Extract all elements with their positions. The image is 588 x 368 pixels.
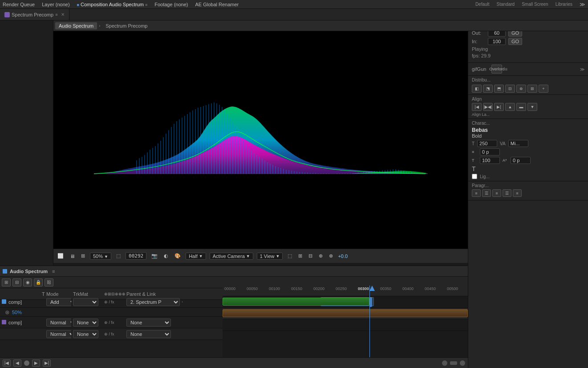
layer2-mode-col[interactable]: Normal Add Multiply bbox=[45, 319, 71, 327]
layer3-trkmat-col[interactable]: None bbox=[71, 330, 102, 338]
layer1-trkmat-col[interactable]: None bbox=[71, 298, 102, 306]
tl-solo[interactable]: ◉ bbox=[23, 278, 32, 286]
para-align-left[interactable]: ≡ bbox=[472, 189, 481, 197]
svg-rect-5 bbox=[144, 155, 145, 174]
overlord-menu[interactable]: ≡ bbox=[505, 67, 507, 72]
align-center-v-btn[interactable]: ⬔ bbox=[483, 85, 493, 93]
svg-rect-15 bbox=[171, 127, 172, 174]
viewer-btn4[interactable]: ⊕ bbox=[317, 253, 324, 259]
tl-link[interactable]: ⛓ bbox=[45, 278, 53, 286]
sub-tab-spectrum-precomp[interactable]: Spectrum Precomp bbox=[102, 22, 151, 29]
para-align-right[interactable]: ≡ bbox=[492, 189, 501, 197]
para-justify[interactable]: ☰ bbox=[503, 189, 511, 197]
viewer-icon-grid[interactable]: ⊞ bbox=[80, 253, 86, 259]
svg-rect-44 bbox=[248, 148, 249, 174]
font-size-field[interactable]: 250 bbox=[477, 140, 497, 147]
align-left-btn[interactable]: ◧ bbox=[472, 85, 482, 93]
tl-go-end[interactable]: ▶| bbox=[43, 360, 51, 367]
align-right[interactable]: ▶| bbox=[494, 103, 504, 111]
indent-field2[interactable]: 100 bbox=[480, 157, 500, 164]
color-btn[interactable]: 🎨 bbox=[173, 253, 182, 259]
menu-layer[interactable]: Layer (none) bbox=[42, 2, 69, 7]
layer1-parent-col[interactable]: 2. Spectrum P None ▼ bbox=[125, 298, 182, 306]
viewer-btn2[interactable]: ⊞ bbox=[297, 253, 304, 259]
tl-playhead-scrubber[interactable] bbox=[24, 360, 29, 366]
align-bottom[interactable]: ▼ bbox=[527, 103, 537, 111]
camera-btn[interactable]: 📷 bbox=[150, 253, 159, 259]
tl-zoom-bar[interactable] bbox=[450, 361, 457, 365]
tl-frame-back[interactable]: ◀ bbox=[13, 360, 21, 367]
add-transform-btn[interactable]: + bbox=[539, 85, 548, 93]
indent-field1[interactable]: 0 p bbox=[480, 148, 500, 155]
transform-btn2[interactable]: ⊞ bbox=[527, 85, 537, 93]
layer3-mode-select[interactable]: Normal bbox=[46, 330, 71, 338]
tl-duplicate[interactable]: ⊟ bbox=[12, 278, 21, 286]
menu-renamer[interactable]: AE Global Renamer bbox=[195, 2, 239, 7]
tracking-field[interactable]: Mi... bbox=[508, 140, 528, 147]
viewer-icon-camera[interactable]: ⬜ bbox=[56, 253, 65, 259]
align-center-h[interactable]: |▶◀| bbox=[483, 103, 493, 111]
overlord-label-btn[interactable]: Overlord bbox=[491, 65, 502, 74]
layer1-mode-select[interactable]: Add Normal Multiply Screen bbox=[46, 298, 71, 306]
align-middle-btn[interactable]: ⊟ bbox=[505, 85, 515, 93]
tl-zoom-out[interactable] bbox=[460, 360, 465, 366]
track-bar-2[interactable] bbox=[223, 309, 468, 317]
menu-render-queue[interactable]: Render Queue bbox=[3, 2, 35, 7]
lh-switches: T bbox=[40, 291, 45, 297]
timeline-menu-icon[interactable]: ≡ bbox=[52, 269, 55, 274]
layer3-mode-col[interactable]: Normal bbox=[45, 330, 71, 338]
tl-zoom-in[interactable] bbox=[442, 360, 447, 366]
view-selector[interactable]: Active Camera ▼ bbox=[210, 253, 253, 260]
tl-lock[interactable]: 🔒 bbox=[34, 278, 43, 286]
layer2-parent-select[interactable]: None 2. Spectrum P bbox=[126, 319, 171, 327]
bold-btn[interactable]: T bbox=[472, 165, 476, 172]
layer1-opacity-value[interactable]: 50% bbox=[12, 310, 22, 315]
viewer-btn1[interactable]: ⬚ bbox=[286, 253, 293, 259]
tl-frame-fwd[interactable]: ▶ bbox=[32, 360, 40, 367]
align-top-btn[interactable]: ⬒ bbox=[494, 85, 504, 93]
gifgun-overlord-section: gifGun Overlord ≡ ≫ bbox=[468, 63, 588, 76]
transform-btn1[interactable]: ⊕ bbox=[516, 85, 526, 93]
ligatures-checkbox[interactable] bbox=[472, 174, 477, 179]
layer2-parent-col[interactable]: None 2. Spectrum P bbox=[125, 319, 182, 327]
zoom-selector[interactable]: 50% ▼ bbox=[90, 253, 111, 260]
timecode-display[interactable]: 00292 bbox=[126, 252, 146, 260]
layer2-trkmat-select[interactable]: None bbox=[73, 319, 98, 327]
layer3-parent-select[interactable]: None bbox=[126, 330, 171, 338]
svg-rect-22 bbox=[190, 112, 191, 174]
layer3-trkmat-select[interactable]: None bbox=[73, 330, 98, 338]
menu-footage[interactable]: Footage (none) bbox=[154, 2, 188, 7]
playhead-marker[interactable] bbox=[369, 286, 375, 291]
svg-rect-68 bbox=[312, 173, 313, 174]
indent-field3[interactable]: 0 p bbox=[511, 157, 531, 164]
layer1-trkmat-select[interactable]: None bbox=[73, 298, 98, 306]
layout-selector[interactable]: 1 View ▼ bbox=[257, 253, 283, 260]
layer3-parent-col[interactable]: None bbox=[125, 330, 182, 338]
tab-close-icon[interactable]: ✕ bbox=[61, 12, 65, 17]
tl-new-layer[interactable]: ⊞ bbox=[2, 278, 11, 286]
viewer-btn5[interactable]: ⊗ bbox=[328, 253, 334, 259]
para-align-center[interactable]: ☰ bbox=[482, 189, 491, 197]
workspace-expand-icon[interactable]: ≫ bbox=[580, 1, 585, 8]
tab-spectrum-precomp[interactable]: Spectrum Precomp ≡ ✕ bbox=[0, 9, 69, 20]
in-go-button[interactable]: GO bbox=[508, 38, 522, 45]
in-value[interactable]: 100 bbox=[488, 38, 506, 45]
align-top[interactable]: ▲ bbox=[505, 103, 515, 111]
viewer-icon-screen[interactable]: 🖥 bbox=[69, 253, 76, 259]
para-justify-all[interactable]: ≡ bbox=[513, 189, 522, 197]
overlord-expand[interactable]: ≫ bbox=[580, 67, 584, 72]
quality-selector[interactable]: Half ▼ bbox=[186, 253, 206, 260]
align-middle-v[interactable]: ▬ bbox=[516, 103, 526, 111]
viewer-btn3[interactable]: ⊟ bbox=[307, 253, 314, 259]
layer2-name: comp] bbox=[0, 320, 40, 325]
layer1-parent-select[interactable]: 2. Spectrum P None bbox=[126, 298, 180, 306]
viewer-region-btn[interactable]: ⬚ bbox=[115, 253, 122, 259]
tl-go-start[interactable]: |◀ bbox=[3, 360, 11, 367]
align-left[interactable]: |◀ bbox=[472, 103, 482, 111]
sub-tab-audio-spectrum[interactable]: Audio Spectrum bbox=[55, 22, 97, 29]
menu-composition[interactable]: ■ Composition Audio Spectrum ≡ bbox=[77, 2, 148, 7]
layer2-mode-select[interactable]: Normal Add Multiply bbox=[46, 319, 71, 327]
layer1-mode-col[interactable]: Add Normal Multiply Screen bbox=[45, 298, 71, 306]
track-bar-1[interactable] bbox=[223, 298, 369, 306]
layer2-trkmat-col[interactable]: None bbox=[71, 319, 102, 327]
